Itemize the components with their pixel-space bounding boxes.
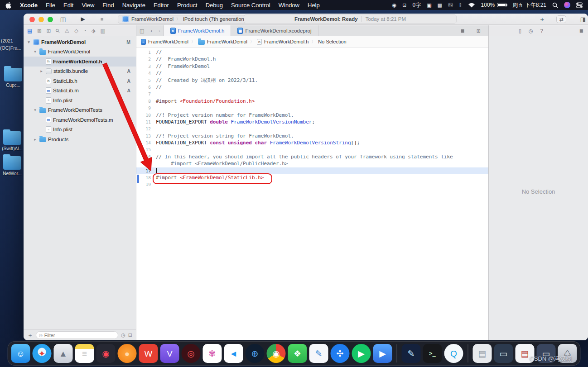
line-number[interactable]: 11 bbox=[136, 119, 154, 125]
apple-menu-icon[interactable] bbox=[5, 2, 11, 9]
code-line-10[interactable]: 10//! Project version number for FrameWo… bbox=[136, 112, 488, 119]
line-number[interactable]: 13 bbox=[136, 133, 154, 139]
menu-item-find[interactable]: Find bbox=[98, 2, 118, 9]
navigator-item-frameworkdemol[interactable]: ▾FrameWorkDemol bbox=[24, 47, 136, 57]
dock-stacked-files[interactable]: ▤ bbox=[473, 344, 492, 363]
bluetooth-icon[interactable]: ᛒ bbox=[459, 2, 462, 8]
dock-markdown-editor[interactable]: ✎ bbox=[309, 344, 328, 363]
dock-minimized-window[interactable]: ▭ bbox=[494, 344, 513, 363]
navigator-item-staticlib-h[interactable]: hStaticLib.hA bbox=[24, 76, 136, 86]
code-line-3[interactable]: 3// FrameWorkDemol bbox=[136, 63, 488, 70]
line-number[interactable]: 16 bbox=[136, 153, 154, 160]
menu-item-source-control[interactable]: Source Control bbox=[227, 2, 275, 9]
menu-item-help[interactable]: Help bbox=[304, 2, 324, 9]
dock-launchpad[interactable]: ▲ bbox=[54, 344, 73, 363]
menu-clock[interactable]: 周五 下午8:21 bbox=[512, 1, 546, 9]
line-number[interactable]: 18 bbox=[136, 174, 154, 181]
adjust-editor-options-icon[interactable]: ≣ bbox=[579, 28, 583, 34]
source-control-navigator-icon[interactable]: ⊠ bbox=[37, 28, 42, 34]
breakpoint-navigator-icon[interactable]: ⬗ bbox=[92, 28, 96, 34]
run-destination[interactable]: iPod touch (7th generation) bbox=[183, 16, 246, 22]
code-line-8[interactable]: 8#import <Foundation/Foundation.h> bbox=[136, 98, 488, 105]
dock-green-app[interactable]: ❖ bbox=[288, 344, 307, 363]
word-count-status[interactable]: 0字 bbox=[412, 1, 421, 9]
dock-palette-app[interactable]: ✾ bbox=[203, 344, 222, 363]
dock-finder[interactable]: ☺ bbox=[11, 344, 30, 363]
line-number[interactable]: 7 bbox=[136, 91, 154, 97]
dock-orange-app[interactable]: ● bbox=[118, 344, 137, 363]
dock-wps[interactable]: W bbox=[139, 344, 158, 363]
code-line-6[interactable]: 6// bbox=[136, 84, 488, 91]
code-line-11[interactable]: 11FOUNDATION_EXPORT double FrameWorkDemo… bbox=[136, 119, 488, 125]
related-items-button[interactable]: ◫ bbox=[136, 28, 147, 34]
code-line-7[interactable]: 7 bbox=[136, 91, 488, 97]
dock-green-play-app[interactable]: ▶ bbox=[352, 344, 371, 363]
disclosure-open-icon[interactable]: ▾ bbox=[26, 40, 31, 44]
tab-frameworkdemol-h[interactable]: hFrameWorkDemol.h bbox=[164, 25, 231, 36]
line-number[interactable]: 17 bbox=[136, 167, 154, 174]
line-number[interactable]: 4 bbox=[136, 70, 154, 76]
test-navigator-icon[interactable]: ◇ bbox=[74, 28, 78, 34]
tab-frameworkdemol-xcodeproj[interactable]: ▦FrameWorkDemol.xcodeproj bbox=[231, 25, 318, 36]
code-line-16[interactable]: 16// In this header, you should import a… bbox=[136, 153, 488, 160]
wifi-icon[interactable] bbox=[468, 3, 475, 8]
line-number[interactable] bbox=[136, 160, 154, 167]
menu-item-view[interactable]: View bbox=[77, 2, 98, 9]
quick-help-inspector-icon[interactable]: ? bbox=[540, 28, 543, 33]
stop-button[interactable]: ■ bbox=[97, 14, 107, 25]
dock-q-app[interactable]: Q bbox=[444, 344, 463, 363]
line-number[interactable]: 9 bbox=[136, 105, 154, 111]
library-button[interactable]: + bbox=[537, 14, 547, 25]
menu-item-navigate[interactable]: Navigate bbox=[118, 2, 149, 9]
desktop-folder-swift[interactable]: (Swift)Al... bbox=[2, 131, 23, 151]
disclosure-open-icon[interactable]: ▾ bbox=[33, 108, 38, 112]
code-line-1[interactable]: 1// bbox=[136, 49, 488, 56]
line-number[interactable]: 2 bbox=[136, 56, 154, 62]
dock-blue-circle-app[interactable]: ✣ bbox=[331, 344, 350, 363]
line-number[interactable]: 1 bbox=[136, 49, 154, 56]
disclosure-open-icon[interactable]: ▾ bbox=[33, 49, 38, 54]
spotlight-icon[interactable] bbox=[552, 2, 558, 8]
menu-item-edit[interactable]: Edit bbox=[59, 2, 77, 9]
line-number[interactable]: 3 bbox=[136, 63, 154, 70]
dock-safari[interactable]: ✦ bbox=[33, 344, 52, 363]
menu-item-product[interactable]: Product bbox=[173, 2, 202, 9]
add-editor-button[interactable]: ⊞ bbox=[473, 28, 484, 34]
dock-pen-app[interactable]: ✎ bbox=[402, 344, 421, 363]
line-number[interactable]: 10 bbox=[136, 112, 154, 119]
display-mirroring-icon[interactable]: ⊡ bbox=[402, 2, 406, 8]
filter-input[interactable] bbox=[44, 333, 115, 338]
issue-navigator-icon[interactable]: ⚠ bbox=[65, 28, 69, 34]
menu-item-file[interactable]: File bbox=[42, 2, 59, 9]
forward-button[interactable]: › bbox=[155, 28, 164, 33]
line-number[interactable]: 14 bbox=[136, 139, 154, 146]
disclosure-closed-icon[interactable]: ▸ bbox=[33, 137, 38, 142]
navigator-item-info-plist[interactable]: ≡Info.plist bbox=[24, 125, 136, 135]
breadcrumb-item-no-selection[interactable]: No Selection bbox=[318, 39, 346, 44]
breadcrumb-item-frameworkdemol[interactable]: FrameWorkDemol bbox=[198, 39, 247, 45]
dock-vscode[interactable]: ◄ bbox=[224, 344, 243, 363]
close-window-button[interactable] bbox=[29, 17, 35, 22]
line-number[interactable]: 12 bbox=[136, 125, 154, 132]
dock-blue-play-app[interactable]: ▶ bbox=[373, 344, 392, 363]
navigator-item-frameworkdemol-h[interactable]: hFrameWorkDemol.h bbox=[24, 57, 136, 67]
breadcrumb-item-frameworkdemol[interactable]: ≡FrameWorkDemol bbox=[141, 39, 188, 45]
code-line-15[interactable]: 15 bbox=[136, 146, 488, 153]
dock-dark-app[interactable]: ◉ bbox=[96, 344, 116, 363]
navigator-item-products[interactable]: ▸Products bbox=[24, 134, 136, 144]
disclosure-closed-icon[interactable]: ▸ bbox=[39, 69, 44, 73]
run-button[interactable]: ▶ bbox=[78, 14, 88, 25]
menu-item-xcode[interactable]: Xcode bbox=[16, 2, 42, 9]
debug-navigator-icon[interactable]: ◔ bbox=[83, 28, 87, 33]
minimize-window-button[interactable] bbox=[39, 17, 44, 22]
scheme-selector[interactable]: FrameWorkDemol 〉 iPod touch (7th generat… bbox=[118, 15, 251, 24]
add-item-button[interactable]: ＋ bbox=[27, 331, 33, 339]
toggle-navigator-button[interactable]: ◫ bbox=[58, 14, 68, 25]
control-center-icon[interactable] bbox=[576, 2, 583, 8]
zoom-window-button[interactable] bbox=[48, 17, 53, 22]
navigator-item-frameworkdemoltests[interactable]: ▾FrameWorkDemolTests bbox=[24, 105, 136, 115]
symbol-navigator-icon[interactable]: ⊞ bbox=[47, 28, 51, 34]
line-number[interactable]: 8 bbox=[136, 98, 154, 105]
find-navigator-icon[interactable]: ⚲ bbox=[54, 27, 61, 34]
code-review-button[interactable]: ≣ bbox=[458, 28, 468, 34]
